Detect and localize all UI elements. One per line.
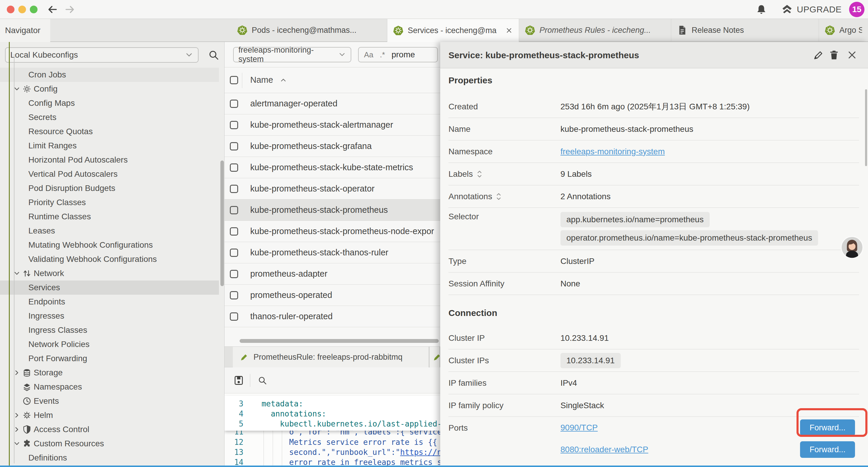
sidebar-item-ingress-classes[interactable]: Ingress Classes bbox=[0, 323, 224, 337]
table-row[interactable]: kube-prometheus-stack-thanos-ruler bbox=[224, 242, 440, 263]
navigator-panel-tab[interactable]: Navigator bbox=[0, 19, 50, 42]
sidebar-item-definitions[interactable]: Definitions bbox=[0, 451, 224, 465]
table-row[interactable]: alertmanager-operated bbox=[224, 93, 440, 114]
yaml-editor[interactable]: 11o", for": "nm", labels :{ service :12M… bbox=[224, 393, 440, 466]
sort-ascending-icon[interactable] bbox=[279, 76, 287, 84]
sidebar-item-custom-resources[interactable]: Custom Resources bbox=[0, 437, 224, 451]
close-icon[interactable] bbox=[505, 27, 513, 34]
app-window: UPGRADE 15 Navigator Pods - icecheng@mat… bbox=[0, 0, 868, 467]
sidebar-item-horizontal-pod-autoscalers[interactable]: Horizontal Pod Autoscalers bbox=[0, 153, 224, 167]
row-checkbox[interactable] bbox=[230, 164, 238, 172]
selector-badge: app.kubernetes.io/name=prometheus bbox=[560, 212, 710, 227]
match-case-toggle[interactable]: Aa bbox=[364, 50, 373, 59]
sort-updown-icon[interactable] bbox=[476, 170, 483, 178]
editor-search-icon[interactable] bbox=[258, 376, 267, 385]
close-icon[interactable] bbox=[847, 50, 857, 60]
regex-toggle[interactable]: .* bbox=[380, 50, 385, 59]
notification-count-badge[interactable]: 15 bbox=[849, 2, 864, 17]
row-checkbox[interactable] bbox=[230, 291, 238, 299]
list-search-input[interactable]: Aa .* prome bbox=[358, 47, 438, 62]
dock-tab-partial[interactable] bbox=[430, 347, 440, 368]
port-link[interactable]: 8080:reloader-web/TCP bbox=[560, 445, 648, 454]
sidebar-item-pod-disruption-budgets[interactable]: Pod Disruption Budgets bbox=[0, 181, 224, 195]
sidebar-item-secrets[interactable]: Secrets bbox=[0, 110, 224, 124]
sort-updown-icon[interactable] bbox=[496, 193, 502, 201]
dock-tab-prometheusrule[interactable]: PrometheusRule: freeleaps-prod-rabbitmq bbox=[233, 347, 429, 368]
sidebar-item-resource-quotas[interactable]: Resource Quotas bbox=[0, 124, 224, 139]
tab-services[interactable]: Services - icecheng@math... bbox=[387, 19, 519, 42]
close-window-button[interactable] bbox=[7, 6, 14, 13]
sidebar-item-validating-webhook-configurations[interactable]: Validating Webhook Configurations bbox=[0, 252, 224, 266]
sidebar-item-network[interactable]: Network bbox=[0, 266, 224, 281]
sidebar-item-network-policies[interactable]: Network Policies bbox=[0, 337, 224, 351]
table-row[interactable]: prometheus-adapter bbox=[224, 263, 440, 285]
kubeconfig-select[interactable]: Local Kubeconfigs bbox=[5, 47, 198, 63]
row-checkbox[interactable] bbox=[230, 206, 238, 214]
column-header-name[interactable]: Name bbox=[250, 75, 273, 85]
sidebar-scrollbar[interactable] bbox=[220, 160, 224, 286]
tab-pods[interactable]: Pods - icecheng@mathmas... bbox=[231, 19, 387, 41]
edit-pencil-icon[interactable] bbox=[813, 50, 824, 60]
minimize-window-button[interactable] bbox=[18, 6, 26, 13]
forward-button[interactable]: Forward... bbox=[800, 441, 855, 458]
table-row[interactable]: kube-prometheus-stack-alertmanager bbox=[224, 114, 440, 136]
back-arrow-icon[interactable] bbox=[47, 4, 58, 15]
sidebar-search-icon[interactable] bbox=[208, 49, 219, 61]
horizontal-scrollbar[interactable] bbox=[240, 339, 439, 343]
tab-prometheus[interactable]: Prometheus Rules - icecheng... bbox=[519, 19, 671, 41]
forward-arrow-icon[interactable] bbox=[64, 4, 75, 15]
forward-button[interactable]: Forward... bbox=[800, 419, 855, 436]
tab-argo[interactable]: Argo Se bbox=[819, 19, 868, 41]
sidebar-item-ingresses[interactable]: Ingresses bbox=[0, 309, 224, 323]
sidebar-item-helm[interactable]: Helm bbox=[0, 408, 224, 422]
row-checkbox[interactable] bbox=[230, 185, 238, 193]
delete-trash-icon[interactable] bbox=[829, 50, 839, 60]
sidebar-item-services[interactable]: Services bbox=[0, 281, 224, 295]
table-row[interactable]: kube-prometheus-stack-prometheus-node-ex… bbox=[224, 221, 440, 242]
maximize-window-button[interactable] bbox=[30, 6, 37, 13]
row-checkbox[interactable] bbox=[230, 99, 238, 108]
table-row[interactable]: kube-prometheus-stack-grafana bbox=[224, 136, 440, 157]
list-toolbar: freeleaps-monitoring-system Aa .* prome bbox=[224, 42, 440, 67]
drawer-scrollbar[interactable] bbox=[865, 89, 867, 166]
row-checkbox[interactable] bbox=[230, 249, 238, 257]
table-row[interactable]: kube-prometheus-stack-kube-state-metrics bbox=[224, 157, 440, 178]
table-row[interactable]: kube-prometheus-stack-operator bbox=[224, 178, 440, 200]
row-checkbox[interactable] bbox=[230, 142, 238, 150]
sidebar-item-events[interactable]: Events bbox=[0, 394, 224, 408]
sidebar-item-storage[interactable]: Storage bbox=[0, 366, 224, 380]
sidebar-item-cron-jobs[interactable]: Cron Jobs bbox=[0, 68, 224, 82]
user-avatar[interactable] bbox=[840, 236, 864, 259]
sidebar-item-namespaces[interactable]: Namespaces bbox=[0, 380, 224, 394]
sidebar-item-runtime-classes[interactable]: Runtime Classes bbox=[0, 209, 224, 224]
sidebar-item-vertical-pod-autoscalers[interactable]: Vertical Pod Autoscalers bbox=[0, 167, 224, 181]
namespace-select[interactable]: freeleaps-monitoring-system bbox=[233, 47, 351, 62]
row-checkbox[interactable] bbox=[230, 313, 238, 321]
detail-row-ports: Ports9090/TCPForward...8080:reloader-web… bbox=[448, 417, 859, 467]
upgrade-button[interactable]: UPGRADE bbox=[781, 4, 842, 16]
port-line: 9090/TCPForward... bbox=[560, 417, 859, 439]
table-row[interactable]: kube-prometheus-stack-prometheus bbox=[224, 200, 440, 221]
sidebar-item-endpoints[interactable]: Endpoints bbox=[0, 295, 224, 309]
sidebar-item-port-forwarding[interactable]: Port Forwarding bbox=[0, 351, 224, 366]
sidebar-item-config-maps[interactable]: Config Maps bbox=[0, 96, 224, 110]
row-checkbox[interactable] bbox=[230, 227, 238, 236]
sidebar-item-config[interactable]: Config bbox=[0, 82, 224, 96]
runbook-url-link[interactable]: https://net bbox=[400, 448, 440, 457]
tab-release[interactable]: Release Notes bbox=[671, 19, 819, 41]
port-link[interactable]: 9090/TCP bbox=[560, 423, 598, 432]
save-icon[interactable] bbox=[234, 375, 244, 386]
sidebar-item-priority-classes[interactable]: Priority Classes bbox=[0, 195, 224, 209]
notifications-bell-icon[interactable] bbox=[756, 4, 767, 15]
sidebar-item-leases[interactable]: Leases bbox=[0, 224, 224, 238]
row-checkbox[interactable] bbox=[230, 121, 238, 129]
sidebar-item-mutating-webhook-configurations[interactable]: Mutating Webhook Configurations bbox=[0, 238, 224, 252]
sidebar-item-access-control[interactable]: Access Control bbox=[0, 422, 224, 437]
line-text: kubectl.kubernetes.io/last-applied-con bbox=[248, 419, 440, 428]
table-row[interactable]: prometheus-operated bbox=[224, 285, 440, 306]
namespace-link[interactable]: freeleaps-monitoring-system bbox=[560, 147, 665, 156]
sidebar-item-limit-ranges[interactable]: Limit Ranges bbox=[0, 139, 224, 153]
table-row[interactable]: thanos-ruler-operated bbox=[224, 306, 440, 327]
row-checkbox[interactable] bbox=[230, 270, 238, 278]
select-all-checkbox[interactable] bbox=[230, 76, 238, 84]
